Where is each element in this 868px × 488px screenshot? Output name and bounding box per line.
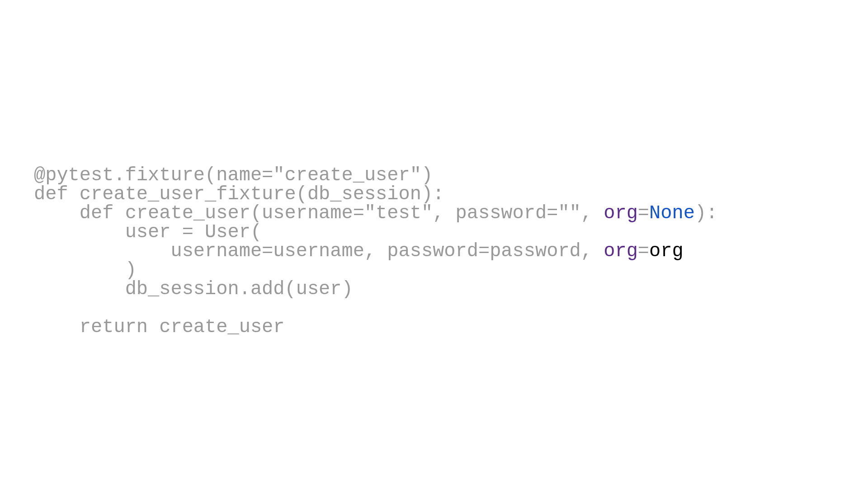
code-block: @pytest.fixture(name="create_user") def …: [34, 147, 717, 337]
code-line-4: user = User(: [34, 221, 262, 243]
code-line-9: return create_user: [34, 316, 285, 338]
code-line-2: def create_user_fixture(db_session):: [34, 183, 444, 205]
code-line-7: db_session.add(user): [34, 278, 353, 300]
code-line-5: username=username, password=password, or…: [34, 240, 684, 262]
code-line-1: @pytest.fixture(name="create_user"): [34, 164, 433, 186]
code-line-3: def create_user(username="test", passwor…: [34, 202, 717, 224]
code-line-6: ): [34, 259, 137, 281]
